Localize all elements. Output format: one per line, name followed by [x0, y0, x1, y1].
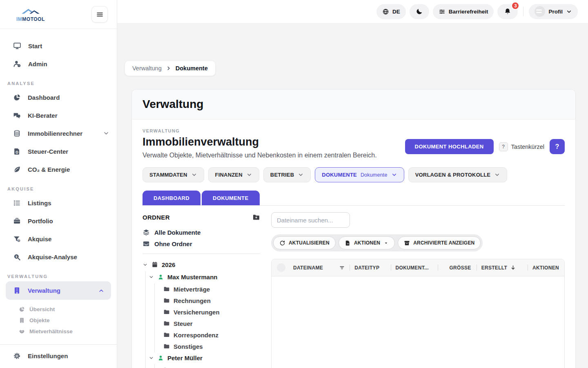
show-archived-button[interactable]: ARCHIVIERTE ANZEIGEN [398, 236, 481, 249]
dark-mode-button[interactable] [410, 4, 429, 19]
verwaltung-card: Verwaltung VERWALTUNG Immobilienverwaltu… [131, 89, 576, 368]
help-button[interactable]: ? [550, 139, 565, 154]
table-header-row: DATEINAME DATEITYP DOKUMENT... GRÖSSE [272, 259, 564, 276]
person-icon [158, 355, 164, 361]
sidebar-item-akquise-analyse[interactable]: Akquise-Analyse [0, 248, 117, 266]
sidebar-subitem-uebersicht[interactable]: Übersicht [0, 304, 117, 315]
sidebar-item-label: Admin [28, 61, 47, 67]
module-tabs: STAMMDATEN FINANZEN BETRIEB DOKUMENTE Do… [143, 167, 565, 182]
view-tabs: DASHBOARD DOKUMENTE [143, 191, 565, 206]
card-title: Verwaltung [143, 98, 565, 111]
column-dateityp[interactable]: DATEITYP [354, 265, 386, 271]
folder-no-folder[interactable]: Ohne Ordner [143, 238, 260, 249]
sliders-icon [439, 8, 445, 15]
sidebar-item-akquise[interactable]: Akquise [0, 230, 117, 248]
accessibility-button[interactable]: Barrierefreiheit [433, 4, 494, 19]
select-all-checkbox[interactable] [277, 263, 285, 272]
folder-icon [163, 297, 170, 304]
card-body: VERWALTUNG Immobilienverwaltung Verwalte… [132, 119, 575, 368]
sort-descending-icon[interactable] [510, 265, 516, 271]
chevron-down-icon [391, 172, 397, 178]
tree-node-person[interactable]: Peter Müller [149, 352, 260, 364]
tab-stammdaten[interactable]: STAMMDATEN [143, 167, 204, 182]
refresh-button[interactable]: AKTUALISIEREN [273, 236, 336, 249]
tab-betrieb[interactable]: BETRIEB [263, 167, 311, 182]
shortcut-hint: ? Tastenkürzel [499, 142, 544, 151]
sidebar-toggle-button[interactable] [91, 6, 108, 22]
tree-folder[interactable]: Mietverträge [163, 283, 260, 295]
upload-document-button[interactable]: DOKUMENT HOCHLADEN [405, 139, 494, 154]
sidebar-item-ki-berater[interactable]: KI-Berater [0, 106, 117, 124]
documents-toolbar: AKTUALISIEREN AKTIONEN ARCHIVIERTE ANZEI… [271, 234, 483, 251]
tree-folder[interactable]: Sonstiges [163, 341, 260, 352]
tree-node-person[interactable]: Max Mustermann [149, 271, 260, 283]
tab-sub-label: Dokumente [361, 172, 388, 178]
column-erstellt[interactable]: ERSTELLT [481, 265, 508, 271]
notifications-button[interactable]: 3 [497, 4, 518, 19]
tree-folder[interactable]: Steuer [163, 318, 260, 329]
sidebar-item-label: Immobilienrechner [28, 130, 82, 137]
inbox-icon [143, 240, 150, 247]
chevron-down-icon [103, 130, 109, 137]
sidebar-item-immobilienrechner[interactable]: Immobilienrechner [0, 124, 117, 142]
sidebar-item-portfolio[interactable]: Portfolio [0, 212, 117, 230]
pie-chart-icon [13, 94, 21, 101]
tab-vorlagen-protokolle[interactable]: VORLAGEN & PROTOKOLLE [408, 167, 508, 182]
tab-dokumente[interactable]: DOKUMENTE Dokumente [315, 167, 404, 182]
folder-all-documents[interactable]: Alle Dokumente [143, 227, 260, 238]
chat-icon [13, 112, 21, 119]
sidebar-item-listings[interactable]: Listings [0, 194, 117, 212]
sidebar-item-co2-energie[interactable]: CO₂ & Energie [0, 160, 117, 178]
sidebar-item-start[interactable]: Start [0, 37, 117, 55]
caret-down-icon [383, 240, 389, 246]
building-icon [13, 287, 21, 294]
new-folder-icon[interactable] [252, 213, 260, 221]
sidebar-subitem-mietverhaeltnisse[interactable]: Mietverhältnisse [0, 326, 117, 337]
sidebar-item-einstellungen[interactable]: Einstellungen [13, 351, 109, 361]
profile-button[interactable]: Profil [529, 4, 578, 19]
button-label: ARCHIVIERTE ANZEIGEN [413, 240, 474, 246]
sidebar-item-steuer-center[interactable]: Steuer-Center [0, 142, 117, 160]
sidebar-item-admin[interactable]: Admin [0, 55, 117, 73]
tax-document-icon [13, 148, 21, 155]
tree-folder[interactable]: Mietverträge [163, 364, 260, 368]
tree-folder[interactable]: Versicherungen [163, 306, 260, 318]
actions-button[interactable]: AKTIONEN [339, 236, 395, 249]
sidebar-item-verwaltung[interactable]: Verwaltung [6, 281, 111, 300]
breadcrumb-parent[interactable]: Verwaltung [132, 65, 162, 72]
chevron-down-icon [246, 172, 252, 178]
table-body: Keine Dokumente gefunden. Laden Sie Ihr … [272, 276, 564, 368]
layers-icon [143, 229, 150, 236]
sidebar-subitem-label: Übersicht [29, 306, 55, 312]
handshake-icon [19, 328, 25, 334]
filter-icon[interactable] [339, 265, 345, 271]
view-tab-dokumente[interactable]: DOKUMENTE [202, 191, 259, 205]
tree-node-label: Peter Müller [167, 355, 203, 361]
tree-folder[interactable]: Korrespondenz [163, 329, 260, 341]
refresh-icon [279, 240, 285, 246]
tree-folder-label: Sonstiges [174, 343, 203, 350]
column-dateiname[interactable]: DATEINAME [293, 265, 323, 271]
section-label-verwaltung: VERWALTUNG [7, 274, 109, 279]
column-groesse[interactable]: GRÖSSE [443, 265, 472, 271]
moon-icon [416, 8, 423, 15]
sidebar-subitem-objekte[interactable]: Objekte [0, 315, 117, 326]
tree-folder-label: Steuer [174, 320, 193, 327]
tab-finanzen[interactable]: FINANZEN [208, 167, 259, 182]
tree-folder[interactable]: Rechnungen [163, 295, 260, 306]
folder-icon [163, 332, 170, 338]
breadcrumb: Verwaltung Dokumente [125, 61, 216, 76]
tree-node-year[interactable]: 2026 [143, 259, 260, 270]
folders-title: ORDNER [143, 214, 170, 221]
chevron-down-icon [566, 9, 572, 15]
tree-folder-label: Versicherungen [174, 309, 220, 316]
sidebar-item-dashboard[interactable]: Dashboard [0, 88, 117, 106]
button-label: AKTIONEN [354, 240, 380, 246]
view-tab-dashboard[interactable]: DASHBOARD [143, 191, 200, 205]
sidebar-item-label: KI-Berater [28, 112, 58, 119]
language-button[interactable]: DE [376, 4, 406, 19]
gear-icon [13, 352, 21, 360]
app-logo[interactable]: IMMOTOOL [16, 7, 45, 22]
search-input[interactable] [271, 212, 350, 228]
column-dokument[interactable]: DOKUMENT... [396, 265, 434, 271]
